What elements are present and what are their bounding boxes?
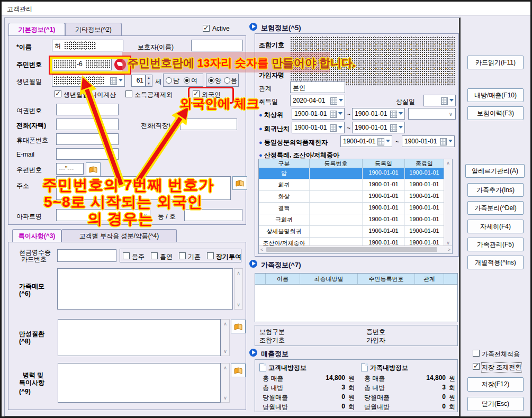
scroll-down-icon[interactable]: ∨: [235, 302, 242, 307]
tax-exempt-checkbox[interactable]: [125, 90, 132, 97]
table-row[interactable]: 암1900-01-011900-01-01: [259, 168, 444, 179]
rare-from-combo[interactable]: 1900-01-01: [292, 122, 345, 133]
email-input[interactable]: [56, 148, 119, 160]
age-spinner[interactable]: ▲ ▼: [146, 75, 152, 87]
save-convert-checkbox[interactable]: [473, 363, 480, 370]
metric-label: 총 내방: [263, 384, 283, 393]
family-memo-textarea[interactable]: [57, 268, 233, 310]
title-bar: 고객관리: [2, 2, 530, 16]
customer-visit-title: 고객내방정보: [268, 364, 306, 372]
address-search-button[interactable]: [232, 176, 247, 190]
phone-work-input[interactable]: [180, 119, 237, 130]
gender-group: 남 여: [163, 74, 203, 87]
scroll-down-icon[interactable]: ∨: [221, 349, 229, 354]
birth-date-combo[interactable]: [52, 75, 125, 87]
document-icon: [361, 364, 368, 371]
spinner-down-icon[interactable]: ▼: [147, 82, 150, 85]
tab-adverse-drugs[interactable]: 고객별 부작용 성분/약품(^4): [61, 229, 177, 242]
metric-value: 3: [297, 384, 345, 391]
active-checkbox[interactable]: [203, 25, 210, 32]
family-insurance-footer: 보험구분 증번호 조합기호 가입자: [255, 325, 458, 346]
scroll-right-icon[interactable]: >: [448, 247, 450, 252]
chronic-hotkey: (^8): [19, 338, 31, 345]
customer-management-window: 고객관리 기본정보(^1) 기타정보(^2) Active *이름 허 보호자(…: [0, 0, 532, 418]
allergy-manage-button[interactable]: 알레르기관리(A): [465, 164, 525, 178]
family-add-button[interactable]: 가족추가(Ins): [467, 183, 524, 197]
table-row[interactable]: 희귀1900-01-011900-01-01: [259, 179, 444, 191]
next-lowest-to-combo[interactable]: 1900-01-01: [352, 108, 405, 120]
family-table[interactable]: 이름 최종내방일 주민등록번호 관계: [255, 273, 458, 322]
table-vscrollbar[interactable]: ∧ ∨: [444, 159, 452, 247]
detail-button[interactable]: 자세히(F4): [467, 220, 524, 233]
radio-male[interactable]: [166, 77, 172, 84]
hscroll-thumb[interactable]: [266, 247, 437, 252]
chronic-textarea[interactable]: [58, 319, 221, 356]
family-manage-button[interactable]: 가족관리(F5): [467, 238, 524, 251]
chevron-down-icon: [338, 112, 342, 115]
same-ingredient-to-combo[interactable]: 1900-01-01: [402, 135, 455, 147]
scroll-down-icon[interactable]: ∨: [444, 240, 452, 246]
name-input[interactable]: 허: [52, 40, 123, 51]
phone-home-input[interactable]: [56, 119, 119, 130]
name-label: *이름: [16, 43, 32, 52]
mobile-input[interactable]: [56, 133, 119, 145]
table-row[interactable]: 극희귀1900-01-011900-01-01: [259, 214, 444, 226]
drink-checkbox[interactable]: [123, 252, 130, 259]
relation-select[interactable]: 본인: [290, 81, 345, 93]
chronic-search-button[interactable]: [231, 320, 246, 333]
radio-lunar[interactable]: [224, 77, 230, 84]
metric-unit: 회: [348, 384, 355, 393]
tab-special-notes[interactable]: 특이사항(^3): [12, 229, 61, 242]
zip-search-button[interactable]: [86, 162, 101, 176]
table-row[interactable]: 결핵1900-01-011900-01-01: [259, 203, 444, 214]
save-button[interactable]: 저장(F12): [467, 377, 524, 392]
card-read-button[interactable]: 카드읽기(F11): [467, 56, 524, 69]
tab-basic-info[interactable]: 기본정보(^1): [8, 23, 65, 36]
scroll-up-icon[interactable]: ∧: [221, 321, 229, 326]
ins-type-label: 보험구분: [259, 328, 285, 337]
individual-apply-button[interactable]: 개별적용(^Ins): [467, 256, 524, 269]
same-ingredient-from-combo[interactable]: 1900-01-01: [340, 135, 392, 147]
family-all-apply-checkbox[interactable]: [473, 350, 480, 357]
radio-solar[interactable]: [208, 77, 214, 84]
insurance-history-button[interactable]: 보험이력(F3): [467, 106, 524, 120]
table-row[interactable]: 상세불명희귀1900-01-011900-01-01: [259, 226, 444, 238]
age-input[interactable]: 61: [131, 75, 146, 87]
loss-date-combo[interactable]: [423, 95, 456, 106]
history-scrollbar[interactable]: ∧ ∨: [221, 363, 230, 403]
family-memo-scrollbar[interactable]: ∧ ∨: [234, 268, 243, 310]
chevron-down-icon[interactable]: [119, 79, 123, 81]
radio-female[interactable]: [184, 77, 190, 84]
special-case-table[interactable]: 구분 등록번호 등록일 종료일 암1900-01-011900-01-01 희귀…: [258, 159, 453, 254]
scroll-up-icon[interactable]: ∧: [444, 160, 452, 166]
spinner-up-icon[interactable]: ▲: [147, 76, 150, 79]
metric-label: 총 매출: [364, 374, 385, 383]
next-lowest-from-combo[interactable]: 1900-01-01: [292, 108, 345, 120]
chronic-scrollbar[interactable]: ∧ ∨: [221, 319, 230, 356]
age-calc-checkbox[interactable]: [55, 90, 61, 97]
next-lowest-type-select[interactable]: ∨: [408, 108, 456, 120]
passport-input[interactable]: [56, 104, 119, 115]
cash-card-input[interactable]: [57, 249, 116, 262]
tab-etc-info[interactable]: 기타정보(^2): [65, 23, 122, 36]
acquired-date-combo[interactable]: 2020-04-01: [290, 95, 345, 106]
scroll-up-icon[interactable]: ∧: [221, 365, 229, 370]
visit-sales-button[interactable]: 내방/매출(F10): [467, 88, 524, 102]
table-row[interactable]: 화상1900-01-011900-01-01: [259, 191, 444, 203]
history-textarea[interactable]: [58, 363, 221, 403]
scroll-left-icon[interactable]: <: [260, 247, 263, 252]
smoke-checkbox[interactable]: [151, 252, 158, 259]
scroll-up-icon[interactable]: ∧: [235, 270, 242, 276]
longterm-checkbox[interactable]: [207, 252, 214, 259]
history-search-button[interactable]: [231, 364, 246, 377]
zip-input[interactable]: ---"---: [56, 163, 84, 175]
family-split-button[interactable]: 가족분리(^Del): [467, 201, 524, 215]
close-button[interactable]: 닫기(Esc): [467, 397, 524, 411]
table-hscrollbar[interactable]: < >: [259, 246, 452, 253]
acquired-date-label: 취득일: [259, 97, 278, 106]
guardian-input[interactable]: [191, 40, 243, 51]
married-checkbox[interactable]: [179, 252, 186, 259]
chevron-down-icon: [399, 112, 403, 115]
rare-to-combo[interactable]: 1900-01-01: [352, 122, 405, 133]
scroll-down-icon[interactable]: ∨: [221, 395, 229, 401]
